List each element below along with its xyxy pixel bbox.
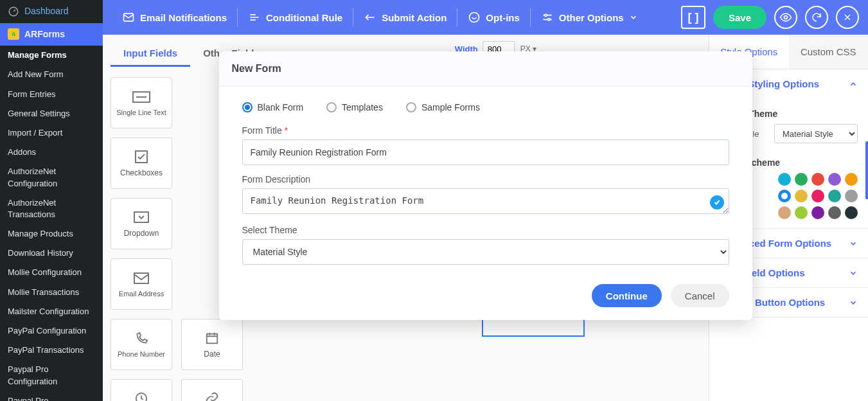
submit-icon bbox=[364, 11, 376, 24]
field-label: Single Line Text bbox=[116, 109, 166, 116]
sidebar-sub-authorizenet-trans[interactable]: AuthorizeNet Transactions bbox=[0, 193, 103, 224]
color-swatch[interactable] bbox=[795, 206, 808, 219]
sidebar-sub-mailster-config[interactable]: Mailster Configuration bbox=[0, 302, 103, 321]
sidebar-sub-import-export[interactable]: Import / Export bbox=[0, 123, 103, 143]
color-swatch[interactable] bbox=[778, 173, 791, 186]
field-checkboxes[interactable]: Checkboxes bbox=[111, 138, 172, 189]
admin-sidebar: Dashboard a ARForms Manage Forms Add New… bbox=[0, 0, 103, 401]
field-label: Email Address bbox=[119, 290, 164, 298]
form-description-input[interactable] bbox=[242, 188, 729, 214]
sidebar-sub-form-entries[interactable]: Form Entries bbox=[0, 85, 103, 104]
sliders-icon bbox=[541, 11, 554, 24]
sidebar-sub-addons[interactable]: Addons bbox=[0, 143, 103, 162]
radio-blank-form[interactable]: Blank Form bbox=[242, 102, 304, 112]
dashboard-icon bbox=[8, 6, 19, 17]
field-phone[interactable]: Phone Number bbox=[111, 319, 172, 370]
field-single-line-text[interactable]: Single Line Text bbox=[111, 77, 172, 129]
color-swatch[interactable] bbox=[828, 206, 841, 219]
svg-point-5 bbox=[784, 16, 788, 19]
field-url[interactable]: Website/URL bbox=[181, 379, 243, 401]
close-button[interactable] bbox=[836, 6, 859, 29]
email-icon bbox=[133, 272, 150, 285]
sidebar-sub-manage-forms[interactable]: Manage Forms bbox=[0, 46, 103, 65]
tool-optins[interactable]: Opt-ins bbox=[457, 6, 530, 29]
sidebar-item-arforms[interactable]: a ARForms bbox=[0, 23, 103, 46]
input-style-select[interactable]: Material Style bbox=[774, 124, 858, 143]
clock-icon bbox=[134, 391, 148, 401]
builder-toolbar: Email Notifications Conditional Rule Sub… bbox=[103, 0, 868, 35]
radio-sample-forms[interactable]: Sample Forms bbox=[406, 102, 480, 112]
panel-drag-handle[interactable] bbox=[865, 141, 868, 199]
color-swatch[interactable] bbox=[778, 190, 791, 202]
tool-submit-action[interactable]: Submit Action bbox=[353, 6, 457, 29]
sidebar-sub-paypal-pro-config[interactable]: Paypal Pro Configuration bbox=[0, 360, 103, 391]
form-title-input[interactable] bbox=[242, 139, 729, 165]
sidebar-sub-add-new-form[interactable]: Add New Form bbox=[0, 65, 103, 84]
checkbox-icon bbox=[134, 149, 149, 165]
color-swatch[interactable] bbox=[778, 206, 791, 219]
color-swatch[interactable] bbox=[845, 190, 858, 202]
sidebar-sub-paypal-trans[interactable]: PayPal Transactions bbox=[0, 341, 103, 360]
field-label: Checkboxes bbox=[120, 168, 163, 177]
tool-email-notifications[interactable]: Email Notifications bbox=[112, 6, 237, 29]
grammar-check-icon[interactable] bbox=[710, 195, 724, 209]
color-swatch[interactable] bbox=[811, 190, 824, 202]
color-swatch[interactable] bbox=[795, 173, 808, 186]
color-swatches bbox=[768, 173, 858, 219]
tab-input-fields[interactable]: Input Fields bbox=[111, 41, 190, 67]
select-theme-dropdown[interactable]: Material Style bbox=[242, 239, 729, 265]
canvas-dropzone[interactable] bbox=[482, 317, 585, 337]
sidebar-sub-mollie-trans[interactable]: Mollie Transactions bbox=[0, 283, 103, 302]
tool-other-options[interactable]: Other Options bbox=[531, 6, 648, 29]
field-label: Date bbox=[204, 350, 220, 359]
phone-icon bbox=[134, 332, 148, 346]
color-swatch[interactable] bbox=[845, 173, 858, 186]
color-swatch[interactable] bbox=[811, 206, 824, 219]
continue-button[interactable]: Continue bbox=[592, 284, 662, 307]
date-icon bbox=[205, 331, 219, 345]
field-label: Dropdown bbox=[124, 229, 159, 238]
field-dropdown[interactable]: Dropdown bbox=[111, 198, 172, 249]
shortcode-button[interactable]: [ ] bbox=[681, 6, 705, 29]
field-email[interactable]: Email Address bbox=[111, 258, 172, 310]
color-swatch[interactable] bbox=[828, 190, 841, 202]
refresh-button[interactable] bbox=[805, 6, 828, 29]
radio-icon bbox=[406, 102, 416, 112]
sidebar-sub-mollie-config[interactable]: Mollie Configuration bbox=[0, 263, 103, 282]
color-swatch[interactable] bbox=[811, 173, 824, 186]
cancel-button[interactable]: Cancel bbox=[671, 284, 729, 307]
refresh-icon bbox=[811, 12, 822, 23]
svg-rect-10 bbox=[207, 334, 218, 344]
modal-title: New Form bbox=[219, 51, 752, 87]
color-swatch[interactable] bbox=[795, 190, 808, 202]
tool-label: Opt-ins bbox=[486, 12, 520, 23]
eye-icon bbox=[779, 11, 792, 24]
sidebar-sub-manage-products[interactable]: Manage Products bbox=[0, 224, 103, 244]
sidebar-item-dashboard[interactable]: Dashboard bbox=[0, 0, 103, 23]
close-icon bbox=[842, 12, 853, 22]
tool-conditional-rule[interactable]: Conditional Rule bbox=[238, 6, 353, 29]
radio-templates[interactable]: Templates bbox=[326, 102, 383, 112]
field-date[interactable]: Date bbox=[181, 319, 243, 370]
tab-custom-css[interactable]: Custom CSS bbox=[789, 35, 869, 69]
field-time[interactable]: Time bbox=[111, 379, 172, 401]
sidebar-sub-download-history[interactable]: Download History bbox=[0, 244, 103, 263]
sidebar-sub-paypal-config[interactable]: PayPal Configuration bbox=[0, 321, 103, 341]
link-icon bbox=[204, 391, 220, 401]
color-swatch[interactable] bbox=[845, 206, 858, 219]
radio-label: Blank Form bbox=[258, 102, 304, 112]
sidebar-sub-general-settings[interactable]: General Settings bbox=[0, 104, 103, 123]
svg-point-2 bbox=[470, 13, 479, 22]
preview-button[interactable] bbox=[774, 6, 797, 29]
tool-label: Other Options bbox=[559, 12, 624, 23]
sidebar-item-label: Dashboard bbox=[24, 5, 69, 18]
radio-icon bbox=[242, 102, 252, 112]
dropdown-icon bbox=[133, 210, 150, 224]
new-form-modal: New Form Blank Form Templates Sample For… bbox=[219, 51, 752, 320]
sidebar-sub-authorizenet-config[interactable]: AuthorizeNet Configuration bbox=[0, 162, 103, 193]
select-theme-label: Select Theme bbox=[242, 225, 729, 235]
color-swatch[interactable] bbox=[828, 173, 841, 186]
save-button[interactable]: Save bbox=[713, 6, 766, 29]
tool-label: Submit Action bbox=[382, 12, 447, 23]
sidebar-sub-paypal-pro-trans[interactable]: Paypal Pro Transactions bbox=[0, 391, 103, 401]
